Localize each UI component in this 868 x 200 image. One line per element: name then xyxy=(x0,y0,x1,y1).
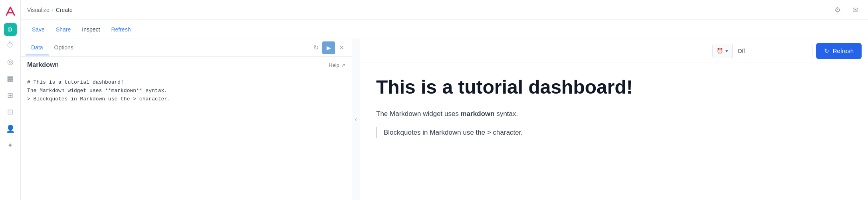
preview-p-suffix: syntax. xyxy=(495,110,518,118)
auto-refresh-value: Off xyxy=(733,44,813,58)
editor-run-button[interactable]: ▶ xyxy=(322,41,335,54)
toolbar: Save Share Inspect Refresh xyxy=(21,20,868,39)
auto-refresh-icon-part[interactable]: ⏰ ▾ xyxy=(713,44,733,58)
basket-nav-icon[interactable]: ⊡ xyxy=(3,104,18,120)
refresh-label: Refresh xyxy=(832,47,854,54)
person-nav-icon[interactable]: 👤 xyxy=(3,121,18,136)
clock-nav-icon[interactable]: ⏱ xyxy=(3,37,18,53)
refresh-toolbar-button[interactable]: Refresh xyxy=(106,24,135,35)
collapse-handle[interactable]: ‹ xyxy=(352,39,360,200)
content-area: Data Options ↻ ▶ ✕ Markdown Help ↗ xyxy=(21,39,868,200)
chart-nav-icon[interactable]: ▦ xyxy=(3,71,18,86)
topbar: Visualize / Create ⚙ ✉ xyxy=(21,0,868,20)
editor-tabs: Data Options ↻ ▶ ✕ xyxy=(21,39,352,57)
preview-content: This is a tutorial dashboard! The Markdo… xyxy=(360,63,868,200)
chevron-down-icon: ▾ xyxy=(725,48,728,54)
tab-data[interactable]: Data xyxy=(26,40,49,55)
save-button[interactable]: Save xyxy=(27,24,50,35)
clock-icon: ⏰ xyxy=(717,48,723,54)
preview-blockquote-text: Blockquotes in Markdown use the > charac… xyxy=(384,127,852,138)
star-nav-icon[interactable]: ✦ xyxy=(3,138,18,153)
editor-panel: Data Options ↻ ▶ ✕ Markdown Help ↗ xyxy=(21,39,352,200)
external-link-icon: ↗ xyxy=(341,62,345,68)
inspect-button[interactable]: Inspect xyxy=(77,24,105,35)
preview-panel: ⏰ ▾ Off ↻ Refresh This is a tutorial das… xyxy=(360,39,868,200)
help-link[interactable]: Help ↗ xyxy=(329,62,345,68)
preview-blockquote: Blockquotes in Markdown use the > charac… xyxy=(376,127,852,138)
preview-paragraph: The Markdown widget uses markdown syntax… xyxy=(376,108,852,119)
mail-icon[interactable]: ✉ xyxy=(849,4,862,16)
breadcrumb-separator: / xyxy=(52,7,54,13)
preview-toolbar: ⏰ ▾ Off ↻ Refresh xyxy=(360,39,868,63)
preview-p-prefix: The Markdown widget uses xyxy=(376,110,461,118)
breadcrumb-current: Create xyxy=(56,7,73,13)
sidebar: D ⏱ ◎ ▦ ⊞ ⊡ 👤 ✦ xyxy=(0,0,21,200)
settings-gear-icon[interactable]: ⚙ xyxy=(831,4,844,16)
breadcrumb: Visualize / Create xyxy=(27,7,73,13)
widget-title: Markdown xyxy=(27,61,59,69)
editor-close-icon[interactable]: ✕ xyxy=(336,42,347,53)
editor-refresh-icon[interactable]: ↻ xyxy=(310,42,321,53)
collapse-icon: ‹ xyxy=(355,116,357,123)
preview-p-bold: markdown xyxy=(461,110,495,118)
app-logo[interactable] xyxy=(3,4,18,18)
breadcrumb-parent[interactable]: Visualize xyxy=(27,7,50,13)
code-editor[interactable]: # This is a tutorial dashboard! The Mark… xyxy=(21,72,352,195)
editor-header: Markdown Help ↗ xyxy=(21,57,352,72)
preview-heading: This is a tutorial dashboard! xyxy=(376,76,852,99)
refresh-icon: ↻ xyxy=(824,47,829,55)
preview-refresh-button[interactable]: ↻ Refresh xyxy=(816,43,862,59)
user-avatar[interactable]: D xyxy=(4,23,17,36)
main-area: Visualize / Create ⚙ ✉ Save Share Inspec… xyxy=(21,0,868,200)
tab-options[interactable]: Options xyxy=(49,40,79,55)
grid-nav-icon[interactable]: ⊞ xyxy=(3,88,18,103)
share-button[interactable]: Share xyxy=(51,24,75,35)
compass-nav-icon[interactable]: ◎ xyxy=(3,54,18,69)
auto-refresh-select[interactable]: ⏰ ▾ Off xyxy=(712,44,813,58)
editor-body: Markdown Help ↗ # This is a tutorial das… xyxy=(21,57,352,200)
